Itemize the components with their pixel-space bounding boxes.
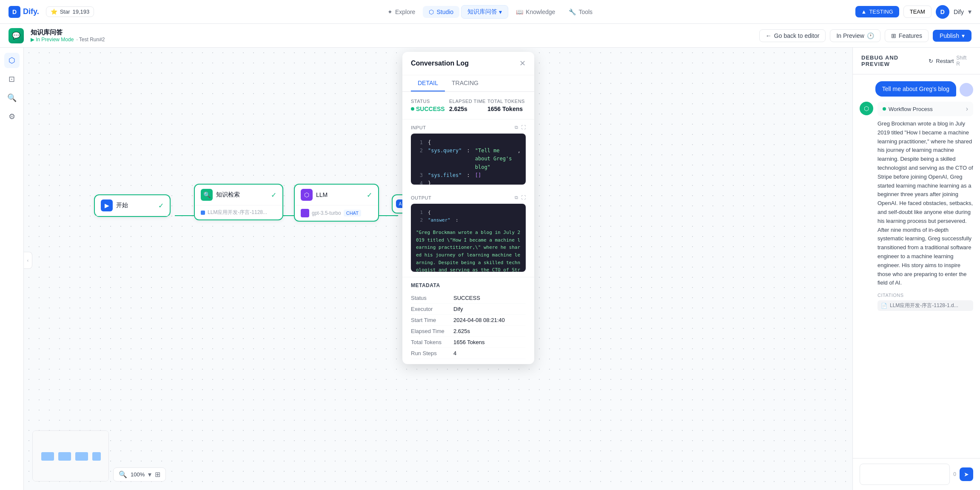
status-dot (411, 107, 414, 111)
chevron-down-icon[interactable]: ▾ (148, 470, 151, 479)
ai-content: Workflow Process › Greg Brockman wrote a… (877, 102, 973, 311)
debug-input-field[interactable] (860, 464, 950, 485)
citations-label: CITATIONS (877, 293, 973, 298)
testing-button[interactable]: ▲ TESTING (855, 6, 899, 17)
code-line-4: 4 } (416, 179, 521, 185)
logo[interactable]: D Dify. (9, 6, 39, 18)
knowledge-node-check: ✓ (271, 191, 276, 199)
mini-map-llm (75, 452, 88, 461)
llm-node[interactable]: ⬡ LLM ✓ gpt-3.5-turbo CHAT (294, 184, 379, 222)
workflow-process-button[interactable]: Workflow Process › (877, 102, 973, 116)
start-node[interactable]: ▶ 开始 ✓ (94, 194, 171, 217)
knowledge-node-icon: 🔍 (201, 189, 213, 201)
restart-button[interactable]: ↻ Restart Shift R (929, 55, 971, 67)
copy-icon[interactable]: ⧉ (515, 125, 518, 130)
publish-button[interactable]: Publish ▾ (933, 30, 971, 42)
meta-row-elapsed-time: Elapsed Time 2.625s (411, 326, 526, 337)
collapse-sidebar-button[interactable]: ‹ (24, 252, 32, 269)
modal-close-button[interactable]: ✕ (519, 59, 526, 68)
chevron-down-icon[interactable]: ▾ (968, 8, 971, 16)
input-character-count: 0 (953, 471, 956, 477)
mini-map-content (33, 431, 108, 481)
llm-node-check: ✓ (367, 191, 372, 199)
meta-row-start-time: Start Time 2024-04-08 08:21:40 (411, 315, 526, 326)
shortcut-hint: Shift R (956, 55, 971, 67)
knowledge-node[interactable]: 🔍 知识检索 ✓ LLM应用开发-序言-1128... (194, 184, 283, 220)
github-star-button[interactable]: ⭐ Star 19,193 (46, 6, 94, 17)
llm-node-body: gpt-3.5-turbo CHAT (295, 205, 378, 221)
user-bubble: Tell me about Greg's blog (875, 81, 956, 97)
sidebar-workflow-icon[interactable]: ⬡ (4, 53, 20, 68)
user-avatar-small (960, 83, 973, 97)
code-line-3: 3 "sys.files": [] (416, 171, 521, 179)
zoom-out-icon[interactable]: 🔍 (119, 470, 127, 479)
copy-icon[interactable]: ⧉ (515, 195, 518, 200)
arrow-left-icon: ← (766, 32, 772, 39)
stat-status: STATUS SUCCESS (411, 99, 449, 112)
sidebar-settings-icon[interactable]: ⚙ (4, 109, 20, 124)
llm-node-model: gpt-3.5-turbo (312, 210, 341, 216)
chevron-right-icon: › (966, 105, 968, 113)
conversation-log-modal: Conversation Log ✕ DETAIL TRACING STATUS… (402, 52, 534, 364)
knowledge-node-body: LLM应用开发-序言-1128... (195, 205, 282, 219)
sub-header: 💬 知识库问答 ▶ In Preview Mode · Test Run#2 ←… (0, 24, 980, 48)
nav-explore[interactable]: ✦ Explore (382, 6, 421, 18)
mini-map (32, 430, 109, 481)
app-info: 知识库问答 ▶ In Preview Mode · Test Run#2 (31, 28, 105, 43)
in-preview-button[interactable]: In Preview 🕐 (830, 29, 880, 42)
output-section: OUTPUT ⧉ ⛶ 1 { 2 "answer": "Greg Brockma… (402, 190, 534, 277)
left-sidebar: ⬡ ⊡ 🔍 ⚙ (0, 48, 24, 490)
document-icon: 📄 (881, 303, 887, 309)
tab-tracing[interactable]: TRACING (445, 75, 485, 91)
llm-node-model-icon (301, 209, 309, 217)
preview-badge: ▶ In Preview Mode (31, 37, 74, 43)
expand-icon[interactable]: ⛶ (521, 125, 526, 130)
stat-elapsed: ELAPSED TIME 2.625s (449, 99, 487, 112)
tab-detail[interactable]: DETAIL (411, 75, 445, 91)
user-avatar[interactable]: D (936, 5, 949, 19)
start-node-check: ✓ (158, 202, 164, 210)
knowledge-node-header: 🔍 知识检索 ✓ (195, 185, 282, 205)
team-button[interactable]: TEAM (903, 6, 932, 18)
citation-item[interactable]: 📄 LLM应用开发-序言-1128-1.d... (877, 300, 973, 311)
nav-knowledge-qa[interactable]: 知识库问答 ▾ (461, 5, 508, 19)
nav-center: ✦ Explore ⬡ Studio 知识库问答 ▾ 📖 Knowledge 🔧… (382, 5, 598, 19)
knowledge-node-subtitle: LLM应用开发-序言-1128... (208, 209, 267, 216)
ai-message: ⬡ Workflow Process › Greg Brockman wrote… (860, 102, 973, 311)
input-label: INPUT ⧉ ⛶ (411, 125, 526, 130)
meta-row-run-steps: Run Steps 4 (411, 348, 526, 359)
nav-tools[interactable]: 🔧 Tools (563, 6, 598, 18)
send-button[interactable]: ➤ (960, 467, 973, 481)
llm-node-title: LLM (316, 191, 328, 198)
nav-knowledge[interactable]: 📖 Knowledge (510, 6, 561, 18)
expand-icon[interactable]: ⛶ (521, 195, 526, 200)
sidebar-search-icon[interactable]: 🔍 (4, 90, 20, 105)
debug-header: DEBUG AND PREVIEW ↻ Restart Shift R (853, 48, 980, 74)
nav-studio[interactable]: ⬡ Studio (423, 6, 459, 18)
output-line-2: 2 "answer": "Greg Brockman wrote a blog … (416, 217, 521, 272)
user-name[interactable]: Dify (954, 9, 964, 15)
play-icon: ▶ (31, 37, 34, 43)
llm-node-header: ⬡ LLM ✓ (295, 185, 378, 205)
user-message: Tell me about Greg's blog (860, 81, 973, 97)
go-back-button[interactable]: ← Go back to editor (759, 29, 826, 42)
app-name: 知识库问答 (31, 28, 105, 37)
knowledge-node-title: 知识检索 (216, 191, 240, 199)
fit-to-screen-icon[interactable]: ⊞ (155, 470, 160, 479)
sidebar-variables-icon[interactable]: ⊡ (4, 71, 20, 87)
output-label: OUTPUT ⧉ ⛶ (411, 195, 526, 200)
ai-response-text: Greg Brockman wrote a blog in July 2019 … (877, 120, 973, 288)
debug-panel: DEBUG AND PREVIEW ↻ Restart Shift R Tell… (852, 48, 980, 490)
ai-avatar: ⬡ (860, 102, 873, 115)
app-icon: 💬 (9, 28, 24, 43)
input-actions: ⧉ ⛶ (515, 125, 526, 130)
input-code-block: 1 { 2 "sys.query": "Tell me about Greg's… (411, 134, 526, 185)
knowledge-node-tag-icon (201, 211, 205, 215)
input-section: INPUT ⧉ ⛶ 1 { 2 "sys.query": "Tell me ab… (402, 120, 534, 190)
restart-icon: ↻ (929, 58, 933, 64)
tools-icon: 🔧 (569, 9, 576, 15)
workflow-dot (883, 107, 886, 111)
explore-icon: ✦ (387, 9, 393, 15)
features-button[interactable]: ⊞ Features (885, 29, 929, 42)
modal-header: Conversation Log ✕ (402, 52, 534, 75)
